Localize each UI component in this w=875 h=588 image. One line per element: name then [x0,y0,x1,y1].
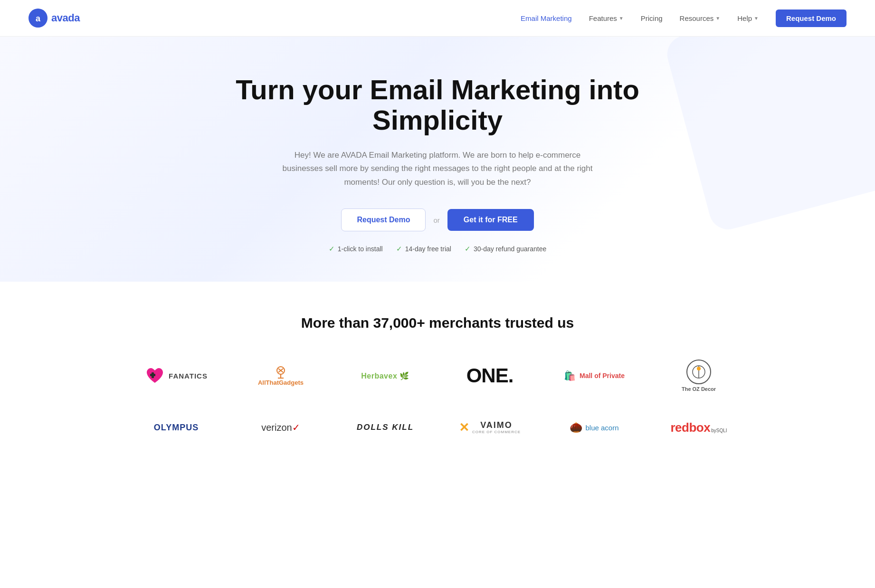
check-icon: ✓ [329,245,335,253]
svg-rect-3 [150,374,155,376]
list-item: 🌰 blue acorn [562,411,626,444]
verizon-logo: verizon✓ [261,422,300,433]
nav-email-marketing[interactable]: Email Marketing [521,14,572,22]
hero-badges: ✓ 1-click to install ✓ 14-day free trial… [19,245,856,253]
chevron-down-icon: ▼ [619,16,624,21]
list-item: 🛍️ Mall of Private [556,359,632,392]
hero-request-demo-button[interactable]: Request Demo [341,209,426,231]
mall-of-private-logo: 🛍️ Mall of Private [564,370,625,381]
nav-request-demo-button[interactable]: Request Demo [776,9,846,27]
badge-install: ✓ 1-click to install [329,245,383,253]
hero-subtitle: Hey! We are AVADA Email Marketing platfo… [276,149,599,190]
redbox-logo: redbox bySQLI [670,420,727,435]
blueacorn-logo: 🌰 blue acorn [570,421,618,434]
list-item: redbox bySQLI [663,411,734,444]
nav-help[interactable]: Help ▼ [737,14,759,22]
nav-pricing[interactable]: Pricing [641,14,663,22]
vaimo-x-icon: ✕ [459,420,469,435]
list-item: AllThatGadgets [250,359,311,392]
herbavex-text: Herbavex 🌿 [361,372,409,380]
ozdecor-logo: The OZ Decor [682,360,716,392]
mall-icon: 🛍️ [564,370,576,381]
header: a avada Email Marketing Features ▼ Prici… [0,0,875,37]
fanatics-heart-icon [145,366,165,386]
olympus-logo: OLYMPUS [154,423,199,433]
allthatgadgets-icon [271,366,290,379]
nav: Email Marketing Features ▼ Pricing Resou… [521,9,846,27]
list-item: Herbavex 🌿 [353,359,417,392]
list-item: DOLLS KILL [349,411,421,444]
list-item: OLYMPUS [146,411,206,444]
dollskill-logo: DOLLS KILL [357,423,414,432]
blueacorn-text: blue acorn [585,424,618,432]
badge-trial: ✓ 14-day free trial [396,245,451,253]
list-item: The OZ Decor [674,355,723,397]
vaimo-sub: CORE OF COMMERCE [472,430,521,435]
merchants-title: More than 37,000+ merchants trusted us [29,315,846,331]
mall-text: Mall of Private [580,372,625,379]
acorn-icon: 🌰 [570,421,582,434]
hero-section: Turn your Email Marketing into Simplicit… [0,37,875,282]
or-divider: or [433,216,439,224]
chevron-down-icon: ▼ [715,16,720,21]
merchants-section: More than 37,000+ merchants trusted us F… [0,282,875,473]
check-icon: ✓ [465,245,471,253]
oz-circle-icon [686,360,711,384]
vaimo-name: VAIMO [472,421,521,430]
oz-text: The OZ Decor [682,386,716,392]
allthatgadgets-text: AllThatGadgets [258,379,304,386]
one-logo: ONE. [466,364,514,387]
check-icon: ✓ [396,245,402,253]
logos-grid: FANATICS AllThatGadgets Herbavex 🌿 [129,355,746,444]
herbavex-logo: Herbavex 🌿 [361,371,409,380]
chevron-down-icon: ▼ [754,16,759,21]
redbox-sub-text: bySQLI [711,428,727,433]
fanatics-logo: FANATICS [145,366,208,386]
logo-icon: a [29,9,48,28]
vaimo-logo: ✕ VAIMO CORE OF COMMERCE [459,420,521,435]
svg-text:a: a [36,14,41,23]
hero-buttons: Request Demo or Get it for FREE [19,209,856,231]
list-item: verizon✓ [254,411,307,444]
hero-get-free-button[interactable]: Get it for FREE [447,209,534,231]
fanatics-text: FANATICS [169,372,208,380]
verizon-check-icon: ✓ [292,422,300,433]
nav-resources[interactable]: Resources ▼ [680,14,721,22]
list-item: ONE. [459,359,521,392]
logo-text: avada [51,12,80,24]
logo[interactable]: a avada [29,9,80,28]
nav-features[interactable]: Features ▼ [589,14,624,22]
redbox-main-text: redbox [670,420,710,435]
hero-content: Turn your Email Marketing into Simplicit… [19,75,856,253]
list-item: ✕ VAIMO CORE OF COMMERCE [451,411,528,444]
svg-point-11 [697,367,701,370]
list-item: FANATICS [137,359,215,392]
allthatgadgets-logo: AllThatGadgets [258,366,304,386]
badge-refund: ✓ 30-day refund guarantee [465,245,546,253]
hero-title: Turn your Email Marketing into Simplicit… [224,75,651,135]
